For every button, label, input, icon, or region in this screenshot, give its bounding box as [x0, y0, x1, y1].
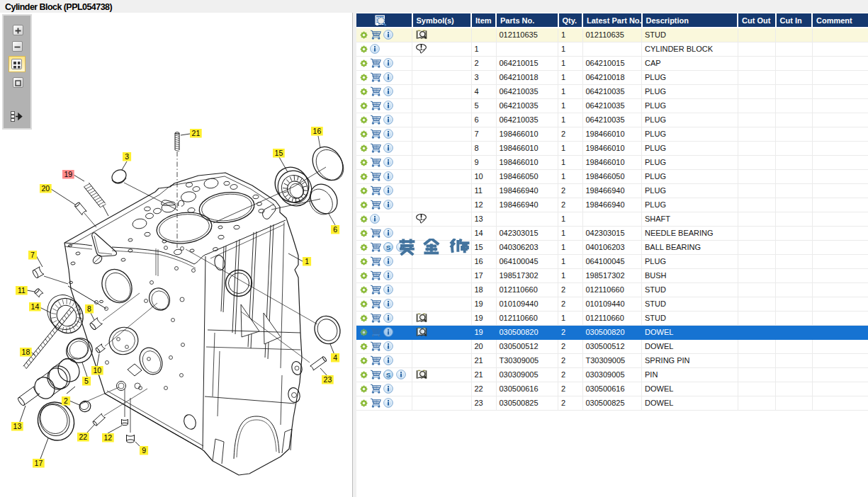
svg-text:3: 3: [125, 152, 129, 161]
svg-text:6: 6: [333, 225, 337, 234]
svg-text:9: 9: [142, 446, 146, 455]
svg-text:12: 12: [103, 433, 112, 442]
svg-text:18: 18: [22, 348, 30, 356]
svg-text:15: 15: [275, 149, 283, 157]
svg-text:19: 19: [64, 170, 72, 178]
svg-text:1: 1: [305, 257, 309, 265]
svg-text:11: 11: [18, 286, 26, 295]
svg-text:16: 16: [313, 127, 322, 135]
svg-text:2: 2: [64, 396, 68, 405]
svg-text:8: 8: [87, 304, 91, 313]
svg-text:22: 22: [79, 433, 87, 441]
svg-text:20: 20: [41, 184, 50, 193]
svg-text:13: 13: [13, 422, 22, 430]
svg-text:10: 10: [93, 366, 101, 375]
svg-text:14: 14: [31, 302, 40, 311]
svg-text:4: 4: [333, 353, 337, 362]
svg-text:7: 7: [30, 251, 35, 259]
svg-text:17: 17: [35, 459, 43, 467]
svg-text:5: 5: [84, 377, 89, 385]
svg-text:21: 21: [192, 129, 201, 137]
svg-text:23: 23: [324, 375, 332, 384]
